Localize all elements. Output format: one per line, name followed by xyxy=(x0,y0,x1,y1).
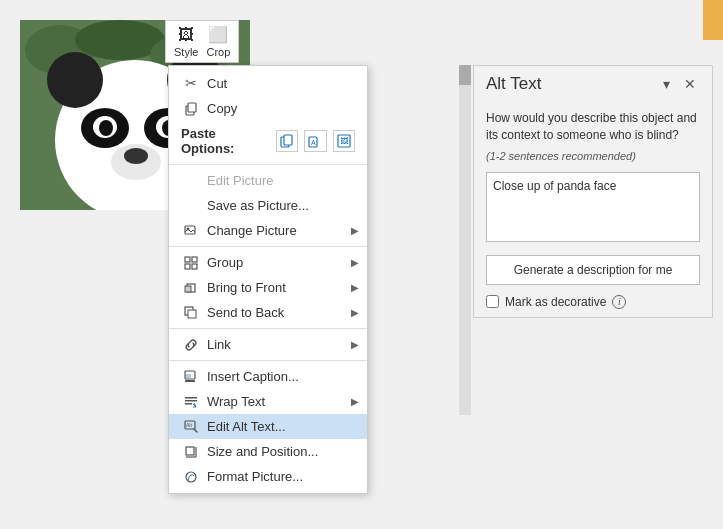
wrap-text-icon xyxy=(181,395,201,409)
separator-4 xyxy=(169,360,367,361)
svg-rect-37 xyxy=(185,397,197,399)
menu-item-link[interactable]: Link ▶ xyxy=(169,332,367,357)
panel-close-button[interactable]: ✕ xyxy=(680,74,700,94)
copy-label: Copy xyxy=(207,101,237,116)
format-picture-label: Format Picture... xyxy=(207,469,303,484)
image-toolbar: 🖼 Style ⬜ Crop xyxy=(165,20,239,63)
format-picture-icon xyxy=(181,470,201,484)
svg-rect-29 xyxy=(192,264,197,269)
scrollbar[interactable] xyxy=(459,65,471,415)
link-icon xyxy=(181,338,201,352)
cut-label: Cut xyxy=(207,76,227,91)
mark-decorative-label: Mark as decorative xyxy=(505,295,606,309)
svg-rect-33 xyxy=(188,310,196,318)
size-and-position-icon xyxy=(181,445,201,459)
style-icon: 🖼 xyxy=(178,26,194,44)
menu-item-edit-picture: Edit Picture xyxy=(169,168,367,193)
insert-caption-icon xyxy=(181,370,201,384)
panel-body: How would you describe this object and i… xyxy=(474,102,712,317)
paste-btn-2[interactable]: A xyxy=(304,130,326,152)
info-icon[interactable]: i xyxy=(612,295,626,309)
svg-point-11 xyxy=(99,120,113,136)
menu-item-edit-alt-text[interactable]: Alt Edit Alt Text... xyxy=(169,414,367,439)
insert-caption-label: Insert Caption... xyxy=(207,369,299,384)
menu-item-send-to-back[interactable]: Send to Back ▶ xyxy=(169,300,367,325)
paste-options-row: Paste Options: A 🖼 xyxy=(169,121,367,161)
menu-item-bring-to-front[interactable]: Bring to Front ▶ xyxy=(169,275,367,300)
separator-1 xyxy=(169,164,367,165)
wrap-text-label: Wrap Text xyxy=(207,394,265,409)
crop-button[interactable]: ⬜ Crop xyxy=(206,25,230,58)
svg-text:A: A xyxy=(311,139,316,146)
panel-hint: (1-2 sentences recommended) xyxy=(486,150,700,162)
menu-item-insert-caption[interactable]: Insert Caption... xyxy=(169,364,367,389)
alt-text-input[interactable] xyxy=(486,172,700,242)
link-label: Link xyxy=(207,337,231,352)
svg-rect-26 xyxy=(185,257,190,262)
change-picture-label: Change Picture xyxy=(207,223,297,238)
scroll-thumb[interactable] xyxy=(459,65,471,85)
svg-point-45 xyxy=(186,472,196,482)
mark-decorative-row: Mark as decorative i xyxy=(486,295,700,309)
size-and-position-label: Size and Position... xyxy=(207,444,318,459)
send-to-back-label: Send to Back xyxy=(207,305,284,320)
cut-icon: ✂ xyxy=(181,75,201,91)
copy-icon xyxy=(181,102,201,116)
save-as-picture-label: Save as Picture... xyxy=(207,198,309,213)
corner-decoration xyxy=(703,0,723,40)
svg-rect-28 xyxy=(185,264,190,269)
crop-icon: ⬜ xyxy=(208,25,228,44)
link-arrow: ▶ xyxy=(351,339,359,350)
generate-description-button[interactable]: Generate a description for me xyxy=(486,255,700,285)
svg-rect-35 xyxy=(185,374,191,378)
menu-item-copy[interactable]: Copy xyxy=(169,96,367,121)
panel-collapse-button[interactable]: ▾ xyxy=(659,74,674,94)
menu-item-wrap-text[interactable]: Wrap Text ▶ xyxy=(169,389,367,414)
bring-to-front-label: Bring to Front xyxy=(207,280,286,295)
panel-title: Alt Text xyxy=(486,74,541,94)
mark-decorative-checkbox[interactable] xyxy=(486,295,499,308)
alt-text-panel: Alt Text ▾ ✕ How would you describe this… xyxy=(473,65,713,318)
edit-picture-label: Edit Picture xyxy=(207,173,273,188)
svg-rect-38 xyxy=(185,400,197,402)
bring-to-front-arrow: ▶ xyxy=(351,282,359,293)
separator-2 xyxy=(169,246,367,247)
change-picture-arrow: ▶ xyxy=(351,225,359,236)
panel-header: Alt Text ▾ ✕ xyxy=(474,66,712,102)
svg-rect-19 xyxy=(284,135,292,145)
svg-rect-27 xyxy=(192,257,197,262)
panel-controls: ▾ ✕ xyxy=(659,74,700,94)
menu-item-cut[interactable]: ✂ Cut xyxy=(169,70,367,96)
separator-3 xyxy=(169,328,367,329)
paste-btn-1[interactable] xyxy=(276,130,298,152)
group-icon xyxy=(181,256,201,270)
svg-text:🖼: 🖼 xyxy=(340,137,348,146)
svg-point-15 xyxy=(124,148,148,164)
menu-item-save-as-picture[interactable]: Save as Picture... xyxy=(169,193,367,218)
svg-rect-17 xyxy=(188,103,196,112)
context-menu: ✂ Cut Copy Paste Options: A 🖼 Edit Pictu… xyxy=(168,65,368,494)
send-to-back-icon xyxy=(181,306,201,320)
menu-item-size-and-position[interactable]: Size and Position... xyxy=(169,439,367,464)
menu-item-format-picture[interactable]: Format Picture... xyxy=(169,464,367,489)
svg-point-5 xyxy=(47,52,103,108)
svg-rect-42 xyxy=(186,447,194,455)
crop-label: Crop xyxy=(206,46,230,58)
menu-item-change-picture[interactable]: Change Picture ▶ xyxy=(169,218,367,243)
menu-item-group[interactable]: Group ▶ xyxy=(169,250,367,275)
style-label: Style xyxy=(174,46,198,58)
group-label: Group xyxy=(207,255,243,270)
svg-rect-39 xyxy=(185,403,192,405)
svg-text:Alt: Alt xyxy=(186,422,192,428)
svg-rect-31 xyxy=(185,286,191,292)
bring-to-front-icon xyxy=(181,281,201,295)
svg-rect-36 xyxy=(185,380,195,382)
edit-alt-text-icon: Alt xyxy=(181,420,201,434)
paste-btn-3[interactable]: 🖼 xyxy=(333,130,355,152)
edit-alt-text-label: Edit Alt Text... xyxy=(207,419,286,434)
paste-options-label: Paste Options: xyxy=(181,126,266,156)
group-arrow: ▶ xyxy=(351,257,359,268)
panel-description: How would you describe this object and i… xyxy=(486,110,700,144)
style-button[interactable]: 🖼 Style xyxy=(174,26,198,58)
send-to-back-arrow: ▶ xyxy=(351,307,359,318)
